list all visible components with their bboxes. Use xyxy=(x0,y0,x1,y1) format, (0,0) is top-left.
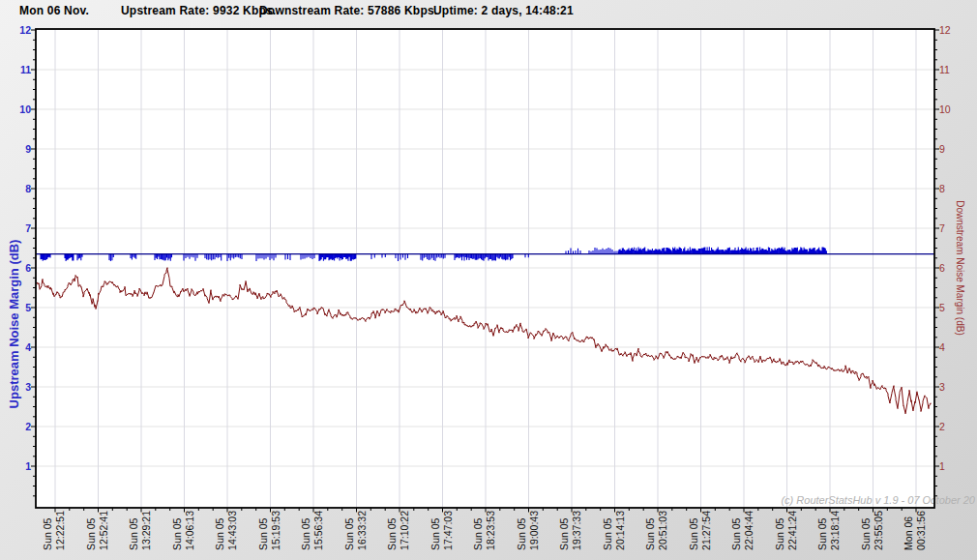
left-axis-tick-label: 5 xyxy=(0,302,31,313)
right-axis-tick-label: 9 xyxy=(939,143,945,155)
x-axis-tick-label-text: Sun 05 12:52:41 xyxy=(85,511,109,550)
right-axis-tick-label: 3 xyxy=(939,381,945,393)
left-axis-tick-label: 2 xyxy=(0,421,31,432)
x-axis-tick-label-text: Sun 05 23:18:14 xyxy=(816,511,841,550)
x-axis-tick-label-text: Sun 05 16:33:32 xyxy=(343,511,368,550)
x-axis-tick-label: Sun 05 23:55:05 xyxy=(860,511,885,559)
x-axis-tick-label-text: Sun 05 19:37:33 xyxy=(558,511,582,550)
right-axis-tick-label: 2 xyxy=(939,421,945,432)
right-axis-tick-label: 4 xyxy=(939,341,945,353)
x-axis-tick-label: Sun 05 22:04:44 xyxy=(730,511,755,559)
x-axis-tick-label: Sun 05 22:41:24 xyxy=(774,511,799,559)
x-axis-tick-label: Sun 05 13:29:21 xyxy=(128,511,153,559)
x-axis-tick-label: Sun 05 12:52:41 xyxy=(85,511,110,559)
x-axis-tick-label-text: Sun 05 21:27:54 xyxy=(688,511,712,550)
x-axis-tick-label-text: Sun 05 14:06:13 xyxy=(171,511,195,550)
noise-margin-plot: (c) RouterStatsHub v 1.9 - 07 October 20 xyxy=(0,0,977,560)
left-axis-tick-label: 11 xyxy=(0,64,31,75)
right-axis-tick-label: 5 xyxy=(939,302,945,313)
x-axis-tick-label: Sun 05 20:14:13 xyxy=(602,511,627,559)
x-axis-tick-label-text: Sun 05 18:23:53 xyxy=(472,511,496,550)
x-axis-tick-label: Sun 05 19:00:43 xyxy=(516,511,541,559)
left-axis-tick-label: 12 xyxy=(0,24,31,36)
x-axis-tick-label-text: Sun 05 22:41:24 xyxy=(774,511,798,550)
x-axis-tick-label: Sun 05 14:06:13 xyxy=(171,511,196,559)
right-axis-tick-label: 12 xyxy=(939,24,951,36)
x-axis-tick-label-text: Sun 05 23:55:05 xyxy=(860,511,884,550)
x-axis-tick-label: Sun 05 17:10:22 xyxy=(386,511,411,559)
x-axis-tick-label-text: Sun 05 22:04:44 xyxy=(730,511,755,550)
left-axis-tick-label: 9 xyxy=(0,143,31,155)
x-axis-tick-label: Sun 05 20:51:03 xyxy=(644,511,669,559)
watermark: (c) RouterStatsHub v 1.9 - 07 October 20 xyxy=(781,494,975,506)
left-axis-tick-label: 6 xyxy=(0,262,31,274)
x-axis-tick-label: Sun 05 15:19:53 xyxy=(257,511,282,559)
x-axis-tick-label: Sun 05 21:27:54 xyxy=(688,511,713,559)
x-axis-tick-label-text: Sun 05 19:00:43 xyxy=(516,511,540,550)
x-axis-tick-label: Sun 05 15:56:34 xyxy=(300,511,325,559)
left-axis-tick-label: 10 xyxy=(0,103,31,115)
right-axis-tick-label: 11 xyxy=(939,64,950,75)
x-axis-tick-label-text: Sun 05 15:56:34 xyxy=(300,511,324,550)
x-axis-tick-label-text: Mon 06 00:31:56 xyxy=(903,511,927,550)
right-axis-tick-label: 6 xyxy=(939,262,945,274)
x-axis-tick-label-text: Sun 05 15:19:53 xyxy=(257,511,281,550)
left-axis-tick-label: 1 xyxy=(0,460,31,472)
x-axis-tick-label-text: Sun 05 17:10:22 xyxy=(386,511,410,550)
x-axis-tick-label: Sun 05 23:18:14 xyxy=(816,511,842,559)
left-axis-tick-label: 3 xyxy=(0,381,31,393)
x-axis-tick-label-text: Sun 05 17:47:03 xyxy=(429,511,454,550)
x-axis-tick-label: Sun 05 18:23:53 xyxy=(472,511,497,559)
right-axis-tick-label: 8 xyxy=(939,183,945,194)
x-axis-tick-label-text: Sun 05 20:14:13 xyxy=(602,511,626,550)
x-axis-tick-label-text: Sun 05 12:22:51 xyxy=(42,511,66,550)
x-axis-tick-label: Sun 05 17:47:03 xyxy=(429,511,455,559)
x-axis-tick-label: Mon 06 00:31:56 xyxy=(903,511,928,559)
x-axis-tick-label: Sun 05 14:43:03 xyxy=(214,511,239,559)
x-axis-tick-label: Sun 05 19:37:33 xyxy=(558,511,583,559)
x-axis-tick-label-text: Sun 05 13:29:21 xyxy=(128,511,152,550)
x-axis-tick-label-text: Sun 05 14:43:03 xyxy=(214,511,238,550)
x-axis-tick-label: Sun 05 16:33:32 xyxy=(343,511,369,559)
plot-background-layer xyxy=(36,29,934,508)
left-axis-tick-label: 7 xyxy=(0,222,31,234)
left-axis-tick-label: 8 xyxy=(0,183,31,194)
left-axis-tick-label: 4 xyxy=(0,341,31,353)
routerstats-window: Mon 06 Nov. Upstream Rate: 9932 Kbps. Do… xyxy=(0,0,977,560)
x-axis-tick-label-text: Sun 05 20:51:03 xyxy=(644,511,668,550)
right-axis-tick-label: 10 xyxy=(939,103,951,115)
right-axis-tick-label: 1 xyxy=(939,460,945,472)
right-axis-tick-label: 7 xyxy=(939,222,945,234)
x-axis-tick-label: Sun 05 12:22:51 xyxy=(42,511,67,559)
